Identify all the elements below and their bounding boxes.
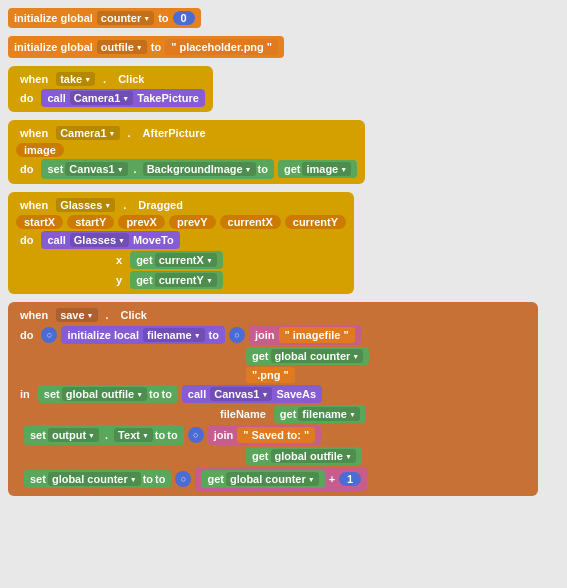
join-block2[interactable]: join " Saved to: " [208,425,322,445]
section-glasses-dragged: when Glasses . Dragged startX startY pre… [8,192,559,294]
section-init-counter: initialize global counter to 0 [8,8,559,28]
plus-block[interactable]: get global counter + 1 [195,467,367,491]
click-label2: Click [117,307,151,323]
take-click-do: do call Camera1 TakePicture [16,89,205,107]
to-label2: to [151,41,161,53]
dot-click: . [99,71,110,87]
section-save-click: when save . Click do ○ initialize local … [8,302,559,496]
join-label2: join [214,429,234,441]
get-fn-label: get [280,408,297,420]
set-global-counter[interactable]: set global counter to to [24,470,171,488]
canvas1-saveas-dd[interactable]: Canvas1 [210,387,272,401]
text-prop-dd[interactable]: Text [114,428,153,442]
imagefile-str[interactable]: " imagefile " [279,327,355,343]
do-label1: do [16,90,37,106]
camera1-dropdown[interactable]: Camera1 [70,91,133,105]
output-dd[interactable]: output [48,428,99,442]
get-global-counter1[interactable]: get global counter [246,347,369,365]
section-take-click: when take . Click do call Camera1 TakePi… [8,66,559,112]
section-after-picture: when Camera1 . AfterPicture image do set… [8,120,559,184]
do-label3: do [16,232,37,248]
currenty-dd[interactable]: currentY [155,273,217,287]
init-global-counter-block[interactable]: initialize global counter to 0 [8,8,201,28]
call-take-picture[interactable]: call Camera1 TakePicture [41,89,204,107]
filename-dd[interactable]: filename [143,328,205,342]
dot5: . [101,427,112,443]
call-saveas[interactable]: call Canvas1 SaveAs [182,385,322,403]
set-label2: set [47,163,63,175]
filename-get-dd[interactable]: filename [298,407,360,421]
when-label3: when [16,197,52,213]
blue-circle2: ○ [229,327,245,343]
to-label3: to [258,163,268,175]
dot2: . [130,161,141,177]
call-moveto[interactable]: call Glasses MoveTo [41,231,179,249]
to4-label: to [143,473,153,485]
saved-to-str[interactable]: " Saved to: " [237,427,315,443]
blue-circle1: ○ [41,327,57,343]
get-image-block[interactable]: get image [278,160,357,178]
global-outfile-get-dd[interactable]: global outfile [271,449,356,463]
init-label2: initialize global [14,41,93,53]
global-counter-dd1[interactable]: global counter [271,349,364,363]
global-counter-set-dd[interactable]: global counter [48,472,141,486]
get-filename-block[interactable]: get filename [274,405,366,423]
blue-circle4: ○ [175,471,191,487]
after-picture-do: do set Canvas1 . BackgroundImage to get … [16,159,357,179]
get-currenty[interactable]: get currentY [130,271,223,289]
global-outfile-dd[interactable]: global outfile [62,387,147,401]
get-global-outfile[interactable]: get global outfile [246,447,362,465]
set-canvas-bg[interactable]: set Canvas1 . BackgroundImage to [41,159,273,179]
png-str-row: ".png " [246,367,530,383]
to3-label-t: to [167,429,177,441]
init-local-label: initialize local [67,329,139,341]
after-picture-hat: when Camera1 . AfterPicture [16,125,357,141]
dot-after: . [124,125,135,141]
glasses-dragged-hat: when Glasses . Dragged [16,197,346,213]
counter-dropdown[interactable]: counter [97,11,154,25]
set-label3: set [44,388,60,400]
set-output-text[interactable]: set output . Text to to [24,425,184,445]
moveto-x-row: x get currentX [112,251,346,269]
image-dd[interactable]: image [302,162,351,176]
init-global-outfile-block[interactable]: initialize global outfile to " placehold… [8,36,284,58]
png-str[interactable]: ".png " [246,367,295,383]
get-global-counter2[interactable]: get global counter [201,470,324,488]
glasses2-dd[interactable]: Glasses [70,233,129,247]
startx-param: startX [16,215,63,229]
y-label: y [112,272,126,288]
camera1-event-dropdown[interactable]: Camera1 [56,126,119,140]
outfile-dropdown[interactable]: outfile [97,40,147,54]
image-param: image [16,143,64,157]
set-counter-row: set global counter to to ○ get global co… [16,467,530,491]
counter-value[interactable]: 0 [173,11,195,25]
join-block1[interactable]: join " imagefile " [249,325,361,345]
dragged-params: startX startY prevX prevY currentX curre… [16,215,346,229]
take-dropdown[interactable]: take [56,72,95,86]
bg-image-dd[interactable]: BackgroundImage [143,162,256,176]
dragged-do: do call Glasses MoveTo [16,231,346,249]
currentx-param: currentX [220,215,281,229]
glasses-dropdown[interactable]: Glasses [56,198,115,212]
save-do-row: do ○ initialize local filename to ○ join… [16,325,530,345]
dragged-label: Dragged [134,197,187,213]
filename-label: fileName [216,406,270,422]
click-label: Click [114,71,148,87]
section-init-outfile: initialize global outfile to " placehold… [8,36,559,58]
canvas1-dd[interactable]: Canvas1 [65,162,127,176]
to3-label: to [155,429,165,441]
after-picture-label: AfterPicture [139,125,210,141]
set-global-outfile[interactable]: set global outfile to to [38,385,178,403]
num-one[interactable]: 1 [339,472,361,486]
init-local-filename[interactable]: initialize local filename to [61,326,225,344]
currentx-dd[interactable]: currentX [155,253,217,267]
to-label1: to [158,12,168,24]
x-label: x [112,252,126,268]
set-label5: set [30,473,46,485]
save-dropdown[interactable]: save [56,308,97,322]
global-counter-dd2[interactable]: global counter [226,472,319,486]
get-go-label: get [252,450,269,462]
outfile-value[interactable]: " placeholder.png " [165,39,278,55]
do-label4: do [16,327,37,343]
get-currentx[interactable]: get currentX [130,251,223,269]
